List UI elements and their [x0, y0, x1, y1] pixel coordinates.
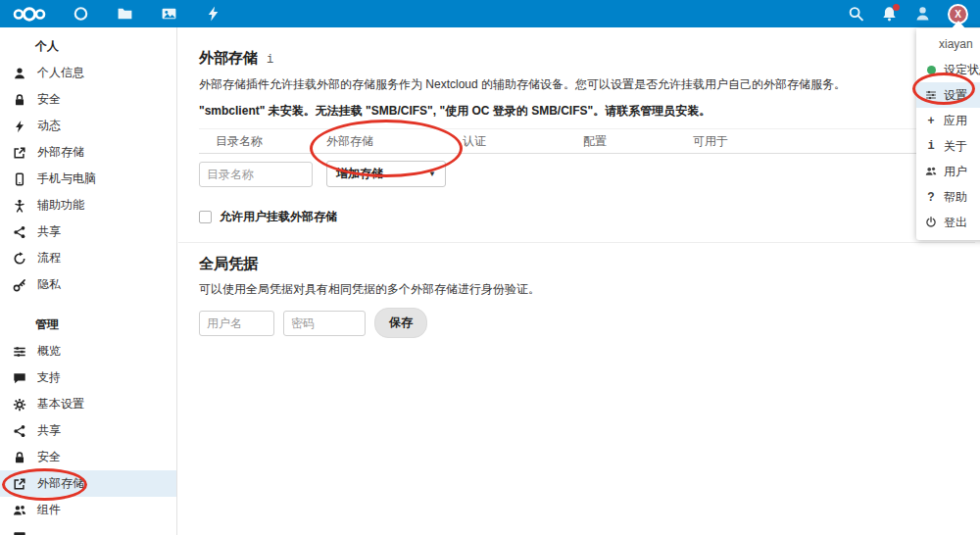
main-content: 外部存储 i 外部存储插件允许挂载外部的存储服务作为 Nextcloud 的辅助… [178, 27, 980, 535]
sidebar-item-label: 基本设置 [37, 396, 84, 413]
user-icon [13, 67, 26, 80]
notifications-icon[interactable] [881, 6, 898, 23]
monitor-icon [13, 530, 26, 535]
sidebar-item-label: 外部存储 [37, 475, 84, 492]
user-menu: xiayan 设定状态 设置 + 应用 i 关于 用户 ? 帮助 登出 [916, 28, 980, 240]
section-divider [178, 242, 975, 243]
sidebar-item-label: 辅助功能 [37, 197, 84, 214]
top-bar: X [0, 0, 980, 27]
menu-item-label: 设定状态 [944, 62, 980, 78]
col-external-storage: 外部存储 [326, 133, 463, 150]
photos-icon[interactable] [161, 6, 177, 23]
gear-icon [13, 398, 26, 412]
folder-name-input[interactable] [199, 162, 313, 187]
info-icon[interactable]: i [267, 53, 273, 67]
menu-item-set-status[interactable]: 设定状态 [916, 57, 980, 82]
global-password-input[interactable] [283, 311, 366, 336]
sidebar-item-overview[interactable]: 概览 [0, 338, 176, 365]
group-icon [13, 504, 26, 517]
menu-item-label: 用户 [944, 164, 967, 180]
sidebar-item-security-admin[interactable]: 安全 [0, 444, 176, 470]
external-storage-table: 目录名称 外部存储 认证 配置 可用于 增加存储 ▼ [199, 128, 973, 196]
sidebar-item-label: 动态 [37, 118, 61, 134]
dashboard-icon[interactable] [73, 6, 89, 23]
sidebar-item-sharing-admin[interactable]: 共享 [0, 417, 176, 444]
sidebar-item-partial[interactable] [0, 523, 176, 535]
menu-item-label: 登出 [944, 215, 967, 231]
add-storage-label: 增加存储 [336, 166, 383, 182]
sidebar-item-privacy[interactable]: 隐私 [0, 271, 176, 298]
sidebar-item-groupware[interactable]: 组件 [0, 497, 176, 523]
sidebar-item-label: 安全 [37, 91, 61, 108]
share-icon [13, 424, 26, 438]
status-dot-icon [925, 64, 937, 75]
flow-icon [13, 252, 26, 266]
sidebar-item-label: 外部存储 [37, 144, 84, 161]
menu-item-about[interactable]: i 关于 [916, 133, 980, 159]
key-icon [13, 278, 26, 292]
sidebar-item-basic-settings[interactable]: 基本设置 [0, 391, 176, 417]
plus-icon: + [925, 115, 937, 126]
sliders-icon [925, 89, 937, 101]
smbclient-warning: "smbclient" 未安装。无法挂载 "SMB/CIFS", "使用 OC … [199, 103, 975, 120]
external-link-icon [13, 477, 26, 491]
menu-item-settings[interactable]: 设置 [916, 82, 980, 108]
allow-user-mount-label: 允许用户挂载外部存储 [220, 209, 337, 225]
sidebar-item-label: 组件 [37, 502, 61, 518]
sidebar-item-label: 隐私 [37, 276, 61, 293]
sidebar-item-external-storage-admin[interactable]: 外部存储 [0, 470, 176, 497]
contacts-icon[interactable] [914, 6, 931, 23]
sidebar-item-external-storage-personal[interactable]: 外部存储 [0, 139, 176, 166]
bolt-icon [13, 120, 26, 133]
new-storage-row: 增加存储 ▼ [199, 154, 973, 196]
global-username-input[interactable] [199, 311, 274, 336]
save-button[interactable]: 保存 [374, 308, 427, 338]
sidebar-item-activity[interactable]: 动态 [0, 113, 176, 139]
menu-item-label: 应用 [944, 113, 967, 129]
external-link-icon [13, 146, 26, 160]
sidebar-item-label: 共享 [37, 422, 61, 439]
menu-item-help[interactable]: ? 帮助 [916, 184, 980, 210]
user-menu-caret [952, 21, 965, 28]
question-icon: ? [925, 191, 937, 203]
user-menu-username: xiayan [916, 31, 980, 57]
info-icon: i [925, 140, 937, 152]
accessibility-icon [13, 199, 26, 213]
table-header-row: 目录名称 外部存储 认证 配置 可用于 [199, 129, 973, 154]
search-icon[interactable] [848, 6, 864, 23]
sidebar-item-label: 概览 [37, 343, 61, 360]
chat-icon [13, 371, 26, 385]
chevron-down-icon: ▼ [428, 170, 436, 178]
sidebar-item-flow[interactable]: 流程 [0, 245, 176, 271]
sidebar-item-label: 共享 [37, 223, 61, 240]
notification-dot [893, 4, 900, 11]
allow-user-mount-checkbox[interactable] [199, 211, 212, 223]
sidebar-item-support[interactable]: 支持 [0, 365, 176, 391]
files-icon[interactable] [117, 6, 133, 23]
sidebar-item-accessibility[interactable]: 辅助功能 [0, 192, 176, 219]
add-storage-select[interactable]: 增加存储 ▼ [326, 161, 446, 187]
sidebar-item-label: 安全 [37, 449, 61, 465]
sliders-icon [13, 345, 26, 359]
sidebar-item-mobile-desktop[interactable]: 手机与电脑 [0, 166, 176, 192]
menu-item-label: 关于 [944, 138, 967, 155]
sidebar-item-sharing-personal[interactable]: 共享 [0, 219, 176, 245]
activity-icon[interactable] [205, 6, 221, 23]
phone-icon [13, 172, 26, 186]
settings-sidebar: 个人 个人信息 安全 动态 外部存储 手机与电脑 辅助功能 共享 流程 隐私 管… [0, 27, 177, 535]
nextcloud-logo-icon[interactable] [12, 6, 47, 23]
menu-item-users[interactable]: 用户 [916, 159, 980, 184]
lock-icon [13, 93, 26, 107]
menu-item-apps[interactable]: + 应用 [916, 108, 980, 133]
sidebar-item-security-personal[interactable]: 安全 [0, 86, 176, 113]
sidebar-section-admin: 管理 [0, 312, 176, 338]
col-folder-name: 目录名称 [199, 133, 326, 150]
sidebar-item-label: 支持 [37, 369, 61, 386]
power-icon [925, 217, 937, 228]
global-credentials-title: 全局凭据 [199, 255, 975, 273]
menu-item-label: 设置 [944, 87, 967, 104]
sidebar-item-label: 手机与电脑 [37, 170, 96, 187]
col-authentication: 认证 [463, 133, 583, 150]
menu-item-logout[interactable]: 登出 [916, 210, 980, 235]
sidebar-item-label: 流程 [37, 250, 61, 267]
